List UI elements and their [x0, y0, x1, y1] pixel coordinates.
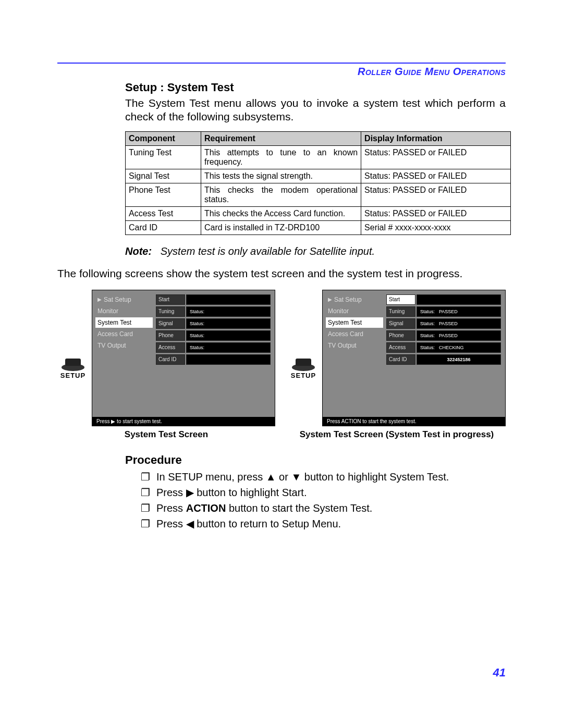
sidebar-item-label: Monitor — [97, 307, 118, 315]
procedure-text: Press ▶ button to highlight Start. — [156, 486, 307, 499]
cardid-label: Card ID — [156, 354, 185, 365]
procedure-text: Press ACTION button to start the System … — [156, 501, 372, 515]
row-label: Access — [386, 342, 415, 353]
status-label-text: Status: — [190, 345, 204, 350]
procedure-text: In SETUP menu, press ▲ or ▼ button to hi… — [156, 470, 449, 484]
cardid-field — [186, 354, 271, 365]
status-label-text: Status: — [190, 309, 204, 314]
page-number: 41 — [57, 666, 506, 680]
th-component: Component — [126, 131, 201, 145]
sidebar: ▶Sat Setup Monitor System Test Access Ca… — [92, 290, 156, 417]
status-value: CHECKING — [439, 345, 497, 350]
sidebar-item-label: Monitor — [328, 307, 349, 315]
row-label: Signal — [156, 318, 185, 329]
cardid-label: Card ID — [386, 354, 415, 365]
sidebar-item-monitor[interactable]: Monitor — [95, 306, 153, 316]
cell: Status: PASSED or FAILED — [361, 145, 511, 169]
status-label-text: Status: — [190, 333, 204, 338]
status-label-text: Status: — [190, 321, 204, 326]
table-row: Card ID Card is installed in TZ-DRD100 S… — [126, 220, 511, 235]
sidebar-item-label: Sat Setup — [334, 296, 362, 303]
screen-caption-right: System Test Screen (System Test in progr… — [300, 429, 494, 440]
th-display: Display Information — [361, 131, 511, 145]
procedure-item: ❐In SETUP menu, press ▲ or ▼ button to h… — [141, 470, 506, 484]
cell: This tests the signal strength. — [201, 169, 361, 183]
setup-icon-label: SETUP — [291, 372, 316, 379]
status-value: PASSED — [439, 309, 497, 314]
bullet-icon: ❐ — [141, 517, 150, 530]
start-button[interactable]: Start — [386, 294, 415, 305]
sidebar-item-sat-setup[interactable]: ▶Sat Setup — [326, 294, 383, 305]
row-label: Tuning — [156, 306, 185, 317]
note-text: System test is only available for Satell… — [161, 245, 375, 257]
sidebar: ▶Sat Setup Monitor System Test Access Ca… — [323, 290, 386, 417]
cell: Card ID — [126, 220, 201, 235]
setup-icon-label: SETUP — [60, 372, 85, 379]
sidebar-item-system-test[interactable]: System Test — [326, 317, 383, 328]
status-field: Status:CHECKING — [417, 342, 501, 353]
right-arrow-icon: ▶ — [328, 297, 332, 302]
status-field: Status:PASSED — [417, 330, 501, 341]
page-header: Roller Guide Menu Operations — [57, 66, 506, 78]
sidebar-item-label: Access Card — [328, 330, 363, 338]
table-row: Phone Test This checks the modem operati… — [126, 183, 511, 206]
status-field: Status: — [186, 330, 271, 341]
status-field: Status: — [186, 306, 271, 317]
section-title: Setup : System Test — [125, 81, 506, 94]
tv-main: Start Tuning Status:PASSED Signal Status… — [386, 290, 505, 417]
sidebar-item-label: Access Card — [97, 330, 133, 338]
requirement-table: Component Requirement Display Informatio… — [125, 131, 511, 235]
status-label-text: Status: — [420, 321, 435, 326]
sidebar-item-access-card[interactable]: Access Card — [95, 329, 153, 339]
section-intro: The System Test menu allows you to invok… — [125, 96, 506, 124]
screens-intro: The following screens show the system te… — [57, 267, 506, 280]
bullet-icon: ❐ — [141, 486, 150, 499]
sidebar-item-monitor[interactable]: Monitor — [326, 306, 383, 316]
bullet-icon: ❐ — [141, 470, 150, 484]
cell: Card is installed in TZ-DRD100 — [201, 220, 361, 235]
status-value: PASSED — [439, 321, 497, 326]
screen-caption-left: System Test Screen — [125, 429, 208, 440]
status-field: Status: — [186, 318, 271, 329]
status-field: Status: — [186, 342, 271, 353]
cell: This checks the Access Card function. — [201, 206, 361, 220]
procedure-item: ❐Press ▶ button to highlight Start. — [141, 486, 506, 499]
tv-main: Start Tuning Status: Signal Status: — [156, 290, 275, 417]
tv-screen-right: ▶Sat Setup Monitor System Test Access Ca… — [322, 290, 506, 426]
sidebar-item-tv-output[interactable]: TV Output — [326, 340, 383, 351]
procedure-text: Press ◀ button to return to Setup Menu. — [156, 517, 341, 530]
table-row: Access Test This checks the Access Card … — [126, 206, 511, 220]
sidebar-item-tv-output[interactable]: TV Output — [95, 340, 153, 351]
status-value: PASSED — [439, 333, 497, 338]
cell: Signal Test — [126, 169, 201, 183]
status-label-text: Status: — [420, 309, 435, 314]
cardid-value: 322452186 — [447, 357, 470, 362]
cell: Status: PASSED or FAILED — [361, 206, 511, 220]
table-row: Tuning Test This attempts to tune to an … — [126, 145, 511, 169]
status-label-text: Status: — [420, 345, 435, 350]
setup-icon: SETUP — [288, 356, 319, 379]
status-label-text: Status: — [420, 333, 435, 338]
bullet-icon: ❐ — [141, 501, 150, 515]
status-field: Status:PASSED — [417, 318, 501, 329]
tv-footer: Press ▶ to start system test. — [92, 417, 275, 426]
tv-footer: Press ACTION to start the system test. — [323, 417, 505, 426]
procedure-list: ❐In SETUP menu, press ▲ or ▼ button to h… — [141, 470, 506, 530]
row-label: Phone — [156, 330, 185, 341]
sidebar-item-label: System Test — [97, 319, 131, 326]
setup-icon: SETUP — [57, 356, 89, 379]
cell: Access Test — [126, 206, 201, 220]
svg-rect-3 — [296, 359, 311, 366]
table-row: Signal Test This tests the signal streng… — [126, 169, 511, 183]
row-label: Tuning — [386, 306, 415, 317]
sidebar-item-label: System Test — [328, 319, 362, 326]
sidebar-item-sat-setup[interactable]: ▶Sat Setup — [95, 294, 153, 305]
cell: Status: PASSED or FAILED — [361, 183, 511, 206]
row-label: Signal — [386, 318, 415, 329]
start-button[interactable]: Start — [156, 294, 185, 305]
sidebar-item-label: Sat Setup — [104, 296, 131, 303]
th-requirement: Requirement — [201, 131, 361, 145]
sidebar-item-system-test[interactable]: System Test — [95, 317, 153, 328]
sidebar-item-access-card[interactable]: Access Card — [326, 329, 383, 339]
cell: Phone Test — [126, 183, 201, 206]
